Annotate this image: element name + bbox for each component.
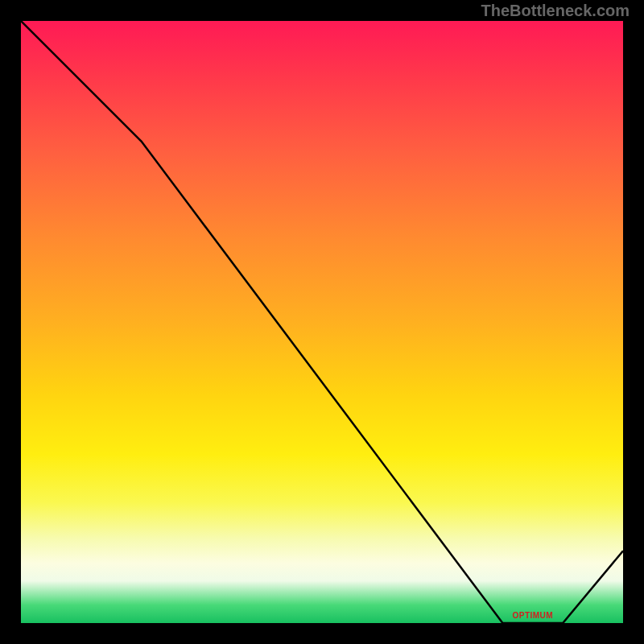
optimum-marker: OPTIMUM bbox=[512, 611, 553, 620]
bottleneck-curve bbox=[21, 21, 623, 623]
attribution-text: TheBottleneck.com bbox=[481, 2, 630, 20]
chart-container: TheBottleneck.com OPTIMUM bbox=[0, 0, 644, 644]
plot-area: OPTIMUM bbox=[21, 21, 623, 623]
curve-polyline bbox=[21, 21, 623, 623]
